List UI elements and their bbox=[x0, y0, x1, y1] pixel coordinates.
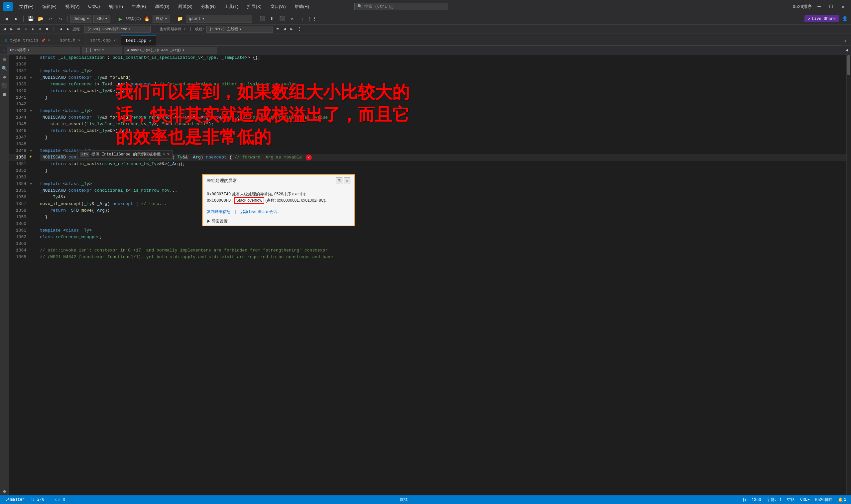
account-button[interactable]: 👤 bbox=[840, 15, 849, 23]
fold-1338[interactable]: ▼ bbox=[30, 74, 32, 81]
menu-test[interactable]: 测试(S) bbox=[174, 2, 196, 11]
toolbar-misc[interactable]: ⊞ bbox=[16, 26, 21, 32]
folder-button[interactable]: 📁 bbox=[176, 15, 184, 23]
fold-1354[interactable]: ▼ bbox=[30, 181, 32, 187]
toolbar-misc-3[interactable]: ◈ bbox=[30, 26, 35, 32]
thread-nav-2[interactable]: ▶ bbox=[289, 26, 294, 32]
live-share-link[interactable]: 启动 Live Share 会话... bbox=[240, 209, 281, 215]
redo-button[interactable]: ↪ bbox=[56, 15, 65, 23]
scrollbar-thumb[interactable] bbox=[847, 55, 850, 75]
exception-settings-expand[interactable]: ▶ 异常设置 bbox=[203, 217, 354, 226]
process-nav-back[interactable]: ◀ bbox=[58, 26, 64, 32]
status-build-errors[interactable]: ↑↓ 2/0 ↑ bbox=[28, 497, 51, 502]
debug-control-1[interactable]: ⬛ bbox=[258, 15, 267, 23]
toolbar-misc-2[interactable]: ≡ bbox=[23, 26, 28, 32]
debug-control-4[interactable]: ⋮⋮ bbox=[308, 15, 317, 23]
debug-control-2[interactable]: ⏸ bbox=[268, 15, 277, 23]
fold-1343[interactable]: ▼ bbox=[30, 108, 32, 114]
tab-close-button[interactable]: ✕ bbox=[149, 38, 151, 43]
hot-reload-button[interactable]: 🔥 bbox=[143, 15, 151, 23]
toolbar-back-2[interactable]: ◀ bbox=[2, 26, 7, 32]
tab-close-button[interactable]: ✕ bbox=[78, 38, 81, 43]
search-box[interactable]: 🔍 搜索 (Ctrl+Q) bbox=[354, 3, 447, 10]
thread-flag[interactable]: ⚑ bbox=[275, 26, 280, 32]
warnings-count: ⚠ 3 bbox=[58, 497, 65, 502]
debug-control-stop[interactable]: ⬛ bbox=[278, 15, 286, 23]
thread-nav-1[interactable]: ◀ bbox=[282, 26, 287, 32]
tab-close-button[interactable]: ✕ bbox=[113, 38, 116, 43]
intellisense-dropdown[interactable]: ▾ bbox=[163, 152, 165, 157]
auto-dropdown[interactable]: 自动 ▾ bbox=[153, 15, 170, 23]
code-editor[interactable]: 1335 1336 1337 1338 1339 1340 1341 1342 … bbox=[9, 54, 851, 496]
menu-window[interactable]: 窗口(W) bbox=[266, 2, 290, 11]
dialog-close-button[interactable]: ✕ bbox=[344, 177, 350, 184]
tab-type-traits[interactable]: ⊞ type_traits 📌 ✕ bbox=[0, 35, 55, 46]
sidebar-explorer-icon[interactable]: ≡ bbox=[1, 56, 8, 64]
live-share-button[interactable]: ↗ Live Share bbox=[804, 15, 839, 22]
undo-button[interactable]: ↩ bbox=[46, 15, 55, 23]
function-dropdown[interactable]: ◆ move<_Ty>(_Ty &&& _Arg) ▾ bbox=[124, 47, 217, 53]
platform-label: x86 bbox=[96, 17, 104, 21]
tab-test-cpp[interactable]: test.cpp ✕ bbox=[121, 35, 157, 46]
platform-dropdown[interactable]: x86 ▾ bbox=[93, 15, 110, 23]
tab-sort-cpp[interactable]: sort.cpp ✕ bbox=[85, 35, 121, 46]
menu-tools[interactable]: 工具(T) bbox=[220, 2, 243, 11]
spaces-text: 空格 bbox=[787, 497, 795, 503]
sidebar-git-icon[interactable]: ⊕ bbox=[1, 73, 8, 81]
status-spaces[interactable]: 空格 bbox=[785, 497, 797, 503]
sidebar-debug-icon[interactable]: ⬛ bbox=[1, 82, 8, 90]
sidebar-extensions-icon[interactable]: ⊞ bbox=[1, 90, 8, 98]
status-app-name[interactable]: 0526排序 bbox=[813, 497, 835, 503]
sidebar-settings-icon[interactable]: ⚙ bbox=[1, 487, 8, 496]
menu-extensions[interactable]: 扩展(X) bbox=[243, 2, 265, 11]
vertical-scrollbar[interactable] bbox=[846, 54, 851, 496]
process-selector[interactable]: [6328] 0526排序.exe ▾ bbox=[84, 26, 150, 33]
menu-project[interactable]: 项目(P) bbox=[105, 2, 127, 11]
menu-build[interactable]: 生成(B) bbox=[128, 2, 150, 11]
menu-view[interactable]: 视图(V) bbox=[61, 2, 84, 11]
status-char[interactable]: 字符: 1 bbox=[765, 497, 784, 503]
menu-help[interactable]: 帮助(H) bbox=[290, 2, 313, 11]
menu-debug[interactable]: 调试(D) bbox=[150, 2, 173, 11]
address-nav-1[interactable]: ◀ bbox=[846, 47, 848, 53]
status-line-col[interactable]: 行: 1350 bbox=[741, 497, 763, 503]
continue-button[interactable]: ▶ bbox=[116, 15, 125, 23]
menu-file[interactable]: 文件(F) bbox=[15, 2, 38, 11]
dialog-pin-button[interactable]: ⊞ bbox=[336, 177, 342, 184]
intellisense-edit-icon[interactable]: ✎ bbox=[167, 152, 170, 157]
menu-git[interactable]: Git(G) bbox=[84, 2, 104, 11]
tab-close-button[interactable]: ✕ bbox=[48, 38, 50, 43]
intellisense-tooltip[interactable]: <T> 提供 IntelliSense 的示例模板参数 ▾ ✎ bbox=[77, 150, 173, 159]
thread-nav-3[interactable]: ⋮ bbox=[296, 26, 303, 32]
thread-selector[interactable]: [17612] 主线程 ▾ bbox=[207, 26, 273, 33]
debug-control-restart[interactable]: ↺ bbox=[288, 15, 297, 23]
back-button[interactable]: ◀ bbox=[2, 15, 11, 23]
open-button[interactable]: 📂 bbox=[36, 15, 45, 23]
debug-config-dropdown[interactable]: Debug ▾ bbox=[70, 15, 92, 23]
status-notification[interactable]: 🔔 1 bbox=[836, 497, 848, 502]
sidebar-search-icon[interactable]: 🔍 bbox=[1, 65, 8, 72]
fold-1349[interactable]: ▼ bbox=[30, 147, 32, 154]
toolbar-misc-4[interactable]: ⊕ bbox=[37, 26, 42, 32]
toolbar-separator-5 bbox=[255, 16, 255, 22]
status-warnings[interactable]: ⚠ ⚠ 3 bbox=[53, 497, 67, 502]
close-button[interactable]: ✕ bbox=[838, 2, 848, 11]
process-dropdown[interactable]: qsort ▾ bbox=[186, 15, 252, 23]
copy-details-link[interactable]: 复制详细信息 bbox=[207, 209, 231, 215]
debug-control-3[interactable]: ↓ bbox=[298, 15, 306, 23]
forward-button[interactable]: ▶ bbox=[12, 15, 21, 23]
tab-sort-h[interactable]: sort.h ✕ bbox=[55, 35, 85, 46]
process-nav-fwd[interactable]: ▶ bbox=[66, 26, 70, 32]
maximize-button[interactable]: □ bbox=[827, 2, 836, 11]
menu-analyze[interactable]: 分析(N) bbox=[197, 2, 220, 11]
status-encoding[interactable]: CRLF bbox=[798, 497, 812, 502]
toolbar-fwd-2[interactable]: ▶ bbox=[9, 26, 14, 32]
save-button[interactable]: 💾 bbox=[26, 15, 35, 23]
tab-new-button[interactable]: + bbox=[841, 37, 850, 46]
status-git-branch[interactable]: ⎇ master bbox=[3, 497, 26, 502]
process-address-dropdown[interactable]: 0526排序 ▾ bbox=[7, 47, 80, 53]
menu-edit[interactable]: 编辑(E) bbox=[38, 2, 60, 11]
toolbar-misc-5[interactable]: ◼ bbox=[44, 26, 49, 32]
namespace-dropdown[interactable]: { } std ▾ bbox=[82, 47, 122, 53]
minimize-button[interactable]: ─ bbox=[814, 2, 824, 11]
